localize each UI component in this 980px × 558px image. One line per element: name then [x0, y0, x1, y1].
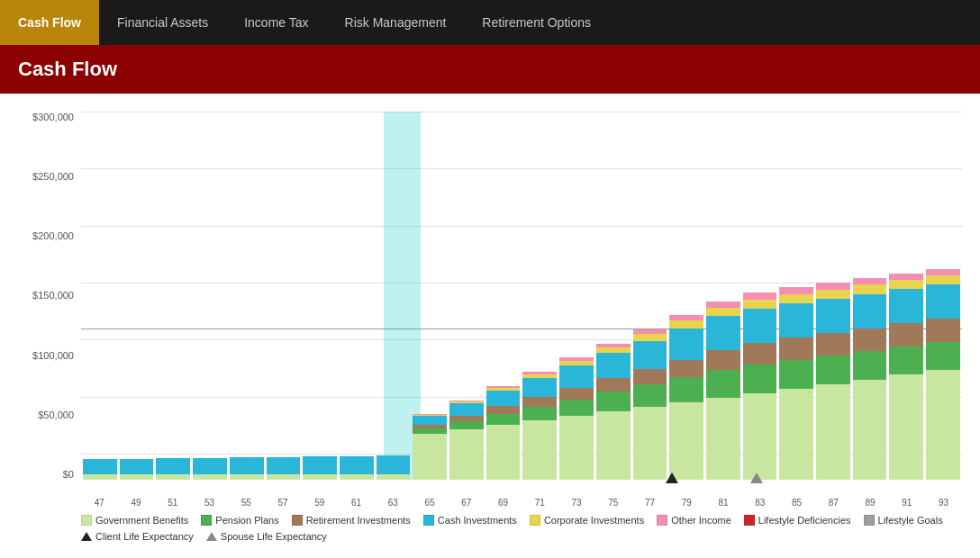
x-label: 57 — [265, 498, 302, 508]
bar-segment — [596, 392, 631, 411]
bar-segment — [559, 400, 594, 416]
bar-segment — [743, 292, 777, 299]
bar-segment — [486, 425, 521, 480]
bar-group — [83, 459, 117, 480]
bar-segment — [377, 455, 411, 474]
bar-segment — [449, 429, 484, 480]
bar-segment — [743, 300, 777, 309]
bar-segment — [816, 290, 850, 299]
bar-segment — [889, 280, 923, 289]
bar-segment — [706, 302, 740, 308]
tab-riskmanagement[interactable]: Risk Management — [327, 0, 465, 45]
bar-group — [120, 459, 154, 480]
bar-segment — [669, 402, 703, 480]
y-label-3: $150,000 — [32, 290, 74, 301]
bar-segment — [633, 369, 667, 384]
bar-segment — [816, 299, 850, 333]
bar-segment — [853, 294, 887, 328]
tab-incometax[interactable]: Income Tax — [226, 0, 326, 45]
legend-swatch — [206, 532, 217, 541]
bar-segment — [706, 350, 740, 370]
bar-group — [193, 458, 227, 480]
x-label: 87 — [815, 498, 852, 508]
bar-group — [486, 386, 521, 480]
bar-segment — [669, 320, 703, 328]
legend-label: Pension Plans — [215, 515, 278, 526]
bar-segment — [413, 434, 447, 480]
legend-label: Government Benefits — [95, 515, 188, 526]
legend-swatch — [423, 515, 434, 526]
tab-retirementoptions[interactable]: Retirement Options — [464, 0, 609, 45]
legend-label: Lifestyle Deficiencies — [758, 515, 851, 526]
bar-segment — [816, 384, 850, 480]
bar-segment — [926, 275, 960, 284]
bar-segment — [559, 388, 594, 400]
bar-segment — [816, 356, 850, 384]
client-life-expectancy-marker — [666, 472, 678, 483]
bar-segment — [83, 459, 117, 473]
y-label-0: $0 — [63, 469, 74, 480]
bar-segment — [486, 414, 521, 425]
bar-segment — [889, 289, 923, 323]
bar-group — [303, 456, 337, 480]
bar-segment — [303, 474, 337, 480]
x-label: 47 — [81, 498, 118, 508]
x-label: 73 — [558, 498, 595, 508]
bar-group — [559, 357, 594, 480]
legend-swatch — [864, 515, 875, 526]
legend-swatch — [81, 515, 92, 526]
bar-group — [156, 458, 190, 480]
legend-label: Lifestyle Goals — [878, 515, 943, 526]
legend-item: Retirement Investments — [292, 515, 411, 526]
bar-group — [340, 456, 374, 480]
bar-segment — [449, 403, 484, 416]
bar-segment — [853, 278, 887, 285]
bar-segment — [926, 342, 960, 371]
x-label: 49 — [118, 498, 155, 508]
bar-segment — [340, 456, 374, 474]
bar-segment — [926, 284, 960, 319]
bar-segment — [743, 393, 777, 480]
bar-segment — [120, 459, 154, 474]
bar-segment — [889, 374, 923, 480]
x-label: 63 — [375, 498, 412, 508]
bar-group — [706, 302, 740, 480]
bar-segment — [926, 370, 960, 480]
x-label: 85 — [778, 498, 815, 508]
bar-group — [669, 315, 703, 480]
legend-item: Client Life Expectancy — [81, 531, 194, 542]
bar-segment — [596, 353, 631, 378]
bar-segment — [669, 360, 703, 378]
legend-label: Retirement Investments — [306, 515, 411, 526]
bar-group — [267, 457, 301, 480]
legend: Government BenefitsPension PlansRetireme… — [18, 508, 962, 542]
bar-segment — [83, 474, 117, 480]
bar-group — [413, 414, 447, 480]
x-label: 93 — [925, 498, 962, 508]
bar-segment — [779, 287, 813, 294]
bar-segment — [377, 474, 411, 480]
bar-segment — [120, 474, 154, 480]
bar-group — [743, 292, 777, 480]
bar-segment — [267, 457, 301, 474]
y-label-2: $100,000 — [32, 350, 74, 361]
bar-segment — [706, 370, 740, 398]
legend-item: Corporate Investments — [530, 515, 644, 526]
bar-group — [926, 269, 960, 480]
bar-segment — [267, 474, 301, 480]
x-label: 89 — [852, 498, 889, 508]
bar-group — [816, 283, 850, 480]
bar-segment — [669, 328, 703, 360]
bar-segment — [779, 303, 813, 338]
legend-item: Spouse Life Expectancy — [206, 531, 327, 542]
tab-financialassets[interactable]: Financial Assets — [99, 0, 226, 45]
x-axis: 4749515355575961636567697173757779818385… — [18, 498, 962, 508]
bar-segment — [522, 420, 557, 480]
bar-group — [377, 455, 411, 480]
tab-cashflow[interactable]: Cash Flow — [0, 0, 99, 45]
chart-wrapper: $300,000 $250,000 $200,000 $150,000 $100… — [18, 112, 962, 508]
bar-segment — [633, 341, 667, 369]
bar-segment — [889, 274, 923, 281]
legend-item: Lifestyle Goals — [864, 515, 943, 526]
bar-segment — [853, 351, 887, 380]
